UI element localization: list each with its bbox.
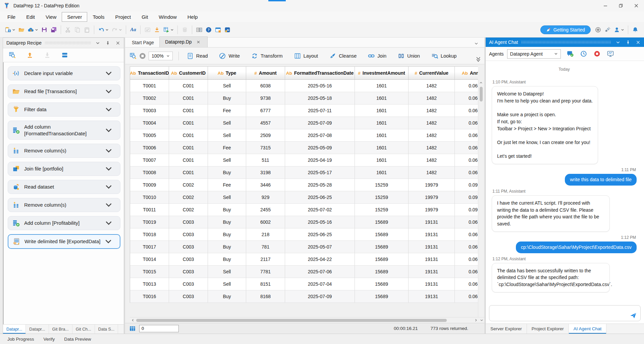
table-cell[interactable]: 3198	[246, 166, 285, 179]
table-cell[interactable]: Sell	[208, 154, 246, 166]
table-cell[interactable]: 8151	[246, 278, 285, 290]
table-cell[interactable]: 2025-05-07	[285, 241, 355, 253]
table-cell[interactable]: 0.09	[455, 191, 478, 204]
table-cell[interactable]: 19131	[409, 278, 455, 290]
table-cell[interactable]: T0008	[130, 166, 169, 179]
table-cell[interactable]: T0010	[130, 191, 169, 204]
table-cell[interactable]: 2025-06-25	[285, 228, 355, 241]
table-cell[interactable]: 15689	[355, 216, 409, 228]
column-header[interactable]: #InvestmentAmount	[355, 67, 409, 79]
left-dock-tab[interactable]: Datapr...	[26, 325, 49, 334]
scroll-down-button[interactable]	[479, 318, 484, 323]
chevron-down-icon[interactable]	[170, 28, 174, 31]
table-cell[interactable]: 0.06	[455, 117, 478, 129]
table-cell[interactable]: 6038	[246, 80, 285, 92]
table-cell[interactable]: 2025-05-16	[285, 80, 355, 92]
ribbon-join-button[interactable]: Join	[362, 50, 392, 62]
tab-list-chevron-icon[interactable]	[473, 40, 480, 47]
search-table-icon[interactable]	[130, 53, 137, 59]
ribbon-lookup-button[interactable]: Lookup	[426, 50, 463, 62]
ribbon-union-button[interactable]: Union	[392, 50, 426, 62]
recipe-step[interactable]: Add column [FormattedTransactionDate]	[8, 121, 120, 140]
table-cell[interactable]: 0.09	[455, 179, 478, 191]
left-dock-tab[interactable]: Git Ch...	[72, 325, 95, 334]
table-cell[interactable]: 0.06	[455, 228, 478, 241]
paste-button[interactable]	[83, 25, 91, 35]
left-dock-tab[interactable]: Datapr...	[3, 325, 26, 334]
table-cell[interactable]: 6002	[246, 216, 285, 228]
table-cell[interactable]: 7781	[246, 266, 285, 278]
scroll-right-button[interactable]	[473, 318, 479, 323]
table-cell[interactable]: 19979	[409, 191, 455, 204]
table-cell[interactable]: C003	[169, 278, 208, 290]
pin-icon[interactable]	[104, 40, 111, 46]
chat-input[interactable]	[489, 305, 641, 321]
table-cell[interactable]: 2509	[246, 129, 285, 142]
table-cell[interactable]: 1482	[409, 92, 455, 105]
table-cell[interactable]: C003	[169, 241, 208, 253]
plugin-button[interactable]	[603, 25, 612, 35]
table-cell[interactable]: 3446	[246, 179, 285, 191]
bottom-tab-verify[interactable]: Verify	[40, 335, 59, 343]
table-cell[interactable]: 19131	[409, 266, 455, 278]
table-cell[interactable]: 0.06	[455, 266, 478, 278]
chevron-down-icon[interactable]	[621, 28, 624, 31]
right-dock-tab-server-explorer[interactable]: Server Explorer	[486, 324, 527, 334]
maximize-button[interactable]	[613, 0, 629, 11]
chevron-down-icon[interactable]	[105, 87, 113, 95]
table-cell[interactable]: 1482	[409, 129, 455, 142]
table-cell[interactable]: 2117	[246, 253, 285, 266]
table-cell[interactable]: C001	[169, 105, 208, 117]
recipe-panel-grip[interactable]	[45, 42, 91, 44]
table-cell[interactable]: C002	[169, 179, 208, 191]
table-cell[interactable]: 19131	[409, 228, 455, 241]
table-cell[interactable]: 1601	[355, 142, 409, 154]
new-workspace-button[interactable]	[4, 25, 16, 35]
chevron-down-icon[interactable]	[105, 69, 113, 77]
table-cell[interactable]: Buy	[208, 204, 246, 216]
table-cell[interactable]: 1601	[355, 105, 409, 117]
table-cell[interactable]: Fee	[208, 105, 246, 117]
horizontal-scroll-thumb[interactable]	[136, 319, 447, 322]
table-cell[interactable]: C001	[169, 166, 208, 179]
recipe-step[interactable]: CSVWrite delimited file [ExportedData]	[8, 234, 120, 249]
menu-window[interactable]: Window	[153, 12, 182, 22]
table-cell[interactable]: C002	[169, 191, 208, 204]
agent-select[interactable]: Dataprep Agent	[507, 49, 561, 59]
table-cell[interactable]: C003	[169, 216, 208, 228]
table-cell[interactable]: C003	[169, 266, 208, 278]
table-cell[interactable]: 0.06	[455, 80, 478, 92]
table-cell[interactable]: 2025-07-04	[285, 278, 355, 290]
table-cell[interactable]: 8168	[246, 290, 285, 303]
chevron-down-icon[interactable]	[105, 106, 113, 114]
ribbon-write-button[interactable]: Write	[213, 50, 246, 62]
table-cell[interactable]: Buy	[208, 216, 246, 228]
chevron-down-icon[interactable]	[105, 28, 109, 31]
scroll-up-button[interactable]	[478, 80, 484, 85]
table-cell[interactable]: Sell	[208, 80, 246, 92]
chevron-down-icon[interactable]	[35, 28, 38, 31]
table-cell[interactable]: 2025-07-02	[285, 204, 355, 216]
table-cell[interactable]: 1601	[355, 154, 409, 166]
recipe-step[interactable]: xDeclare input variable	[8, 66, 120, 80]
table-cell[interactable]: Buy	[208, 241, 246, 253]
column-header[interactable]: AbCustomerID	[169, 67, 208, 79]
row-view-button[interactable]	[60, 51, 69, 60]
table-cell[interactable]: 0.06	[455, 166, 478, 179]
table-cell[interactable]: 1601	[355, 117, 409, 129]
table-cell[interactable]: 1601	[355, 166, 409, 179]
table-cell[interactable]: T0011	[130, 204, 169, 216]
compare-button[interactable]	[195, 25, 204, 35]
menu-tools[interactable]: Tools	[87, 12, 110, 22]
table-cell[interactable]: T0015	[130, 266, 169, 278]
table-cell[interactable]: 2025-07-06	[285, 266, 355, 278]
table-cell[interactable]: 1601	[355, 80, 409, 92]
menu-edit[interactable]: Edit	[21, 12, 40, 22]
menu-help[interactable]: Help	[182, 12, 203, 22]
table-cell[interactable]: 781	[246, 241, 285, 253]
table-cell[interactable]: T0007	[130, 154, 169, 166]
table-cell[interactable]: T0003	[130, 105, 169, 117]
table-cell[interactable]: 2025-05-28	[285, 179, 355, 191]
getting-started-button[interactable]: Getting Started	[540, 25, 591, 34]
table-cell[interactable]: 7315	[246, 142, 285, 154]
